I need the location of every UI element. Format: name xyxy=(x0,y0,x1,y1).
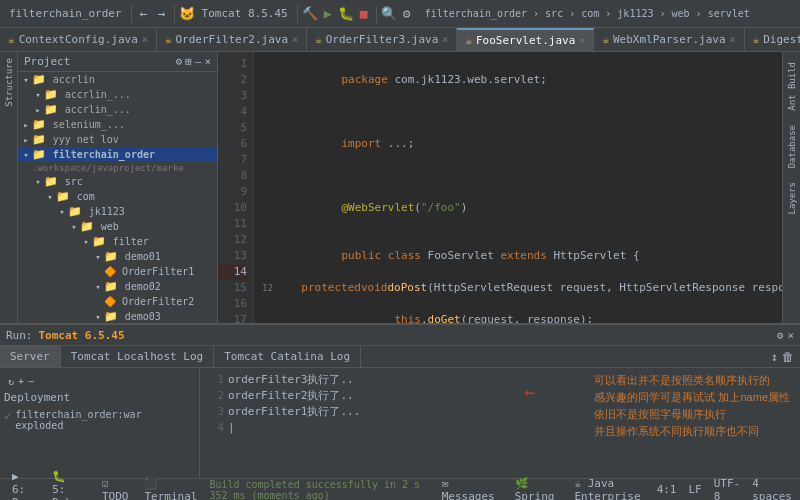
settings-run-icon[interactable]: ⚙ xyxy=(777,329,784,342)
tab-localhost-log[interactable]: Tomcat Localhost Log xyxy=(61,346,214,367)
annotation-line-4: 并且操作系统不同执行顺序也不同 xyxy=(524,424,790,439)
sidebar-collapse-icon[interactable]: – xyxy=(195,55,202,68)
tab-foo-servlet[interactable]: ☕ FooServlet.java × xyxy=(457,28,594,51)
tree-item-orderfilter1[interactable]: 🔶 OrderFilter1 xyxy=(18,264,217,279)
run-status-btn[interactable]: ▶ 6: Run xyxy=(8,470,40,500)
tab-catalina-log[interactable]: Tomcat Catalina Log xyxy=(214,346,361,367)
code-line-3: import ...; xyxy=(262,120,774,168)
tree-item-filterchain[interactable]: ▾📁 filterchain_order xyxy=(18,147,217,162)
tree-item-filter[interactable]: ▾📁 filter xyxy=(18,234,217,249)
code-line-7: 12 protected void doPost(HttpServletRequ… xyxy=(262,280,774,296)
find-icon[interactable]: 🔍 xyxy=(381,6,397,22)
file-tabs: ☕ ContextConfig.java × ☕ OrderFilter2.ja… xyxy=(0,28,800,52)
tab-order-filter3[interactable]: ☕ OrderFilter3.java × xyxy=(307,28,457,51)
deployment-item[interactable]: ✓ filterchain_order:war exploded xyxy=(4,408,195,432)
annotation-line-1: 可以看出并不是按照类名顺序执行的 xyxy=(594,373,790,388)
settings-icon[interactable]: ⚙ xyxy=(399,6,415,22)
back-icon[interactable]: ← xyxy=(136,6,152,22)
ant-build-label[interactable]: Ant Build xyxy=(784,56,800,117)
spring-status-btn[interactable]: 🌿 Spring xyxy=(511,477,559,501)
tree-item-path: .workspace/javaproject/marke xyxy=(18,162,217,174)
tomcat-label[interactable]: Tomcat 8.5.45 xyxy=(197,5,293,22)
tree-item-selenium[interactable]: ▸📁 selenium_... xyxy=(18,117,217,132)
lf-indicator: LF xyxy=(689,483,702,496)
close-run-icon[interactable]: × xyxy=(787,329,794,342)
deployment-header: Deployment xyxy=(4,391,195,404)
scroll-icon[interactable]: ↕ xyxy=(771,350,778,364)
tab-server[interactable]: Server xyxy=(0,346,61,367)
sidebar-header: Project ⚙ ⊞ – × xyxy=(18,52,217,72)
messages-status-btn[interactable]: ✉ Messages xyxy=(438,477,499,501)
run-label: Run: xyxy=(6,329,33,342)
statusbar-left: ▶ 6: Run 🐛 5: Debug ☑ TODO ⬛ Terminal xyxy=(8,470,201,500)
code-line-8: this.doGet(request, response); xyxy=(262,296,774,323)
bottom-tabs: Server Tomcat Localhost Log Tomcat Catal… xyxy=(0,346,800,368)
build-status: Build completed successfully in 2 s 352 … xyxy=(209,479,429,501)
sidebar-expand-icon[interactable]: ⊞ xyxy=(185,55,192,68)
output-line-numbers: 1234 xyxy=(208,372,228,436)
sidebar-tree: ▾📁 accrlin ▾📁 accrlin_... ▸📁 accrlin_...… xyxy=(18,72,217,323)
tab-digester-factory[interactable]: ☕ DigesterFactory.java × xyxy=(745,28,800,51)
tab-order-filter2[interactable]: ☕ OrderFilter2.java × xyxy=(157,28,307,51)
tree-item-src[interactable]: ▾📁 src xyxy=(18,174,217,189)
remove-deploy-icon[interactable]: − xyxy=(28,376,34,387)
output-line-2: orderFilter2执行了.. xyxy=(228,388,360,404)
tree-item-accrlin1[interactable]: ▾📁 accrlin xyxy=(18,72,217,87)
tab-webxml-parser[interactable]: ☕ WebXmlParser.java × xyxy=(594,28,744,51)
tree-item-demo03[interactable]: ▾📁 demo03 xyxy=(18,309,217,323)
annotation-arrow-icon: ← xyxy=(524,381,535,402)
debug-icon[interactable]: 🐛 xyxy=(338,6,354,22)
stop-icon[interactable]: ■ xyxy=(356,6,372,22)
deployment-panel: ↻ + − Deployment ✓ filterchain_order:war… xyxy=(0,368,200,478)
toolbar-project[interactable]: filterchain_order xyxy=(4,5,127,22)
tree-item-jk1123[interactable]: ▾📁 jk1123 xyxy=(18,204,217,219)
terminal-status-btn[interactable]: ⬛ Terminal xyxy=(140,477,201,501)
output-line-3: orderFilter1执行了... xyxy=(228,404,360,420)
tree-item-orderfilter2[interactable]: 🔶 OrderFilter2 xyxy=(18,294,217,309)
close-tab-4[interactable]: × xyxy=(730,34,736,45)
sidebar-gear-icon[interactable]: ⚙ xyxy=(176,55,183,68)
statusbar-right: ✉ Messages 🌿 Spring ☕ Java Enterprise 4:… xyxy=(438,477,792,501)
toolbar: filterchain_order ← → 🐱 Tomcat 8.5.45 🔨 … xyxy=(0,0,800,28)
deployment-item-label: filterchain_order:war exploded xyxy=(15,409,195,431)
run-icon[interactable]: ▶ xyxy=(320,6,336,22)
code-line-5: @WebServlet("/foo") xyxy=(262,184,774,232)
tomcat-run-label[interactable]: Tomcat 6.5.45 xyxy=(39,329,125,342)
editor-panel: 12345 678910 11121314 15161718192021 pac… xyxy=(218,52,782,323)
tab-context-config[interactable]: ☕ ContextConfig.java × xyxy=(0,28,157,51)
sidebar-title: Project xyxy=(24,55,70,68)
close-tab-0[interactable]: × xyxy=(142,34,148,45)
close-tab-1[interactable]: × xyxy=(292,34,298,45)
tree-item-yyy[interactable]: ▸📁 yyy net lov xyxy=(18,132,217,147)
project-sidebar: Project ⚙ ⊞ – × ▾📁 accrlin ▾📁 accrlin_..… xyxy=(18,52,218,323)
close-tab-2[interactable]: × xyxy=(442,34,448,45)
code-editor[interactable]: package com.jk1123.web.servlet; import .… xyxy=(254,52,782,323)
tree-item-demo01[interactable]: ▾📁 demo01 xyxy=(18,249,217,264)
forward-icon[interactable]: → xyxy=(154,6,170,22)
sidebar-close-icon[interactable]: × xyxy=(204,55,211,68)
tree-item-accrlin2[interactable]: ▾📁 accrlin_... xyxy=(18,87,217,102)
deploy-check-icon: ✓ xyxy=(4,409,11,423)
add-deploy-icon[interactable]: + xyxy=(18,376,24,387)
tree-item-web[interactable]: ▾📁 web xyxy=(18,219,217,234)
statusbar: ▶ 6: Run 🐛 5: Debug ☑ TODO ⬛ Terminal Bu… xyxy=(0,478,800,500)
close-tab-3[interactable]: × xyxy=(579,35,585,46)
code-line-2 xyxy=(262,104,774,120)
build-icon[interactable]: 🔨 xyxy=(302,6,318,22)
database-label[interactable]: Database xyxy=(784,119,800,174)
refresh-deploy-icon[interactable]: ↻ xyxy=(8,376,14,387)
debug-status-btn[interactable]: 🐛 5: Debug xyxy=(48,470,90,500)
bottom-content: ↻ + − Deployment ✓ filterchain_order:war… xyxy=(0,368,800,478)
layers-label[interactable]: Layers xyxy=(784,176,800,221)
tree-item-com[interactable]: ▾📁 com xyxy=(18,189,217,204)
code-line-6: public class FooServlet extends HttpServ… xyxy=(262,232,774,280)
tree-item-accrlin3[interactable]: ▸📁 accrlin_... xyxy=(18,102,217,117)
tomcat-icon: 🐱 xyxy=(179,6,195,22)
output-line-1: orderFilter3执行了.. xyxy=(228,372,360,388)
tree-item-demo02[interactable]: ▾📁 demo02 xyxy=(18,279,217,294)
todo-status-btn[interactable]: ☑ TODO xyxy=(98,477,133,501)
bottom-panel: Run: Tomcat 6.5.45 ⚙ × Server Tomcat Loc… xyxy=(0,323,800,478)
clear-icon[interactable]: 🗑 xyxy=(782,350,794,364)
java-enterprise-status-btn[interactable]: ☕ Java Enterprise xyxy=(570,477,644,501)
structure-label[interactable]: Structure xyxy=(1,52,17,113)
